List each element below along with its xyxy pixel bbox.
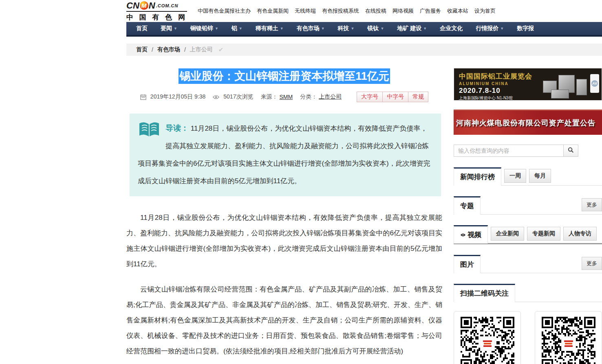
ad-banner-aluminium-china[interactable]: 中国国际铝工业展览会 ALUMINIUM CHINA 2020.7.8-10 上…	[454, 68, 602, 101]
chevron-down-icon: ▼	[351, 26, 355, 31]
top-links: 中国有色金属报社主办有色金属新闻无线终端有色报投稿系统在线投稿网络视频广告服务收…	[198, 7, 496, 15]
logo-domain-suffix: .COM.CN	[156, 1, 179, 10]
qr-card	[535, 311, 602, 364]
source-label: 来源：	[260, 93, 278, 101]
breadcrumb: 首页 / 有色市场 / 上市公司 ✔	[126, 44, 602, 56]
top-link[interactable]: 网络视频	[393, 7, 414, 15]
logo-chinese-name: 中 国 有 色 网	[126, 11, 187, 22]
top-link[interactable]: 无线终端	[295, 7, 316, 15]
site-logo[interactable]: CNMN.COM.CN 中 国 有 色 网	[126, 1, 187, 22]
summary-text: 11月28日，锡业股份公布，为优化文山锌铟资本结构，有效降低资产负债率，提高其独…	[138, 125, 430, 185]
video-category-tab[interactable]: 专题新闻	[527, 227, 560, 241]
chevron-down-icon: ▼	[215, 26, 218, 31]
article-paragraph: 云锡文山锌铟冶炼有限公司经营范围：有色金属产品、矿产品及其副产品的冶炼、加工、销…	[126, 282, 442, 359]
chevron-down-icon: ▼	[280, 26, 284, 31]
sidebar-search	[454, 145, 602, 157]
video-category-tab[interactable]: 人物专访	[563, 227, 597, 241]
main-nav: 首页 ▼ 要闻 ▼ 铜镍铅锌 ▼ 铝 ▼ 稀有稀土 ▼	[126, 22, 602, 37]
ranking-period-tab[interactable]: 每月	[529, 169, 551, 183]
top-link[interactable]: 收藏本站	[447, 7, 468, 15]
fontsize-buttons: 大字号中字号常规	[357, 92, 428, 102]
breadcrumb-current: 上市公司	[190, 46, 213, 53]
source-link[interactable]: SMM	[279, 94, 293, 100]
section-images: 图片 更多	[454, 255, 602, 273]
nav-item[interactable]: 要闻 ▼	[154, 22, 184, 35]
qr-center-logo	[562, 337, 576, 351]
chevron-down-icon: ▼	[423, 26, 427, 31]
search-input[interactable]	[454, 145, 564, 157]
top-link[interactable]: 中国有色金属报社主办	[198, 7, 251, 15]
fontsize-button[interactable]: 中字号	[382, 92, 408, 102]
chevron-down-icon: ▼	[500, 26, 504, 31]
top-link[interactable]: 设为首页	[474, 7, 496, 15]
open-book-icon	[139, 122, 160, 145]
search-button[interactable]	[564, 145, 578, 157]
ad1-graphic	[539, 71, 588, 99]
video-category-tab[interactable]: 企业新闻	[491, 227, 524, 241]
nav-item[interactable]: 行情报价 ▼	[469, 22, 510, 35]
ad1-logo-chip: AV	[590, 74, 599, 93]
topics-more-button[interactable]: 更多	[582, 198, 602, 211]
top-link[interactable]: 在线投稿	[365, 7, 386, 15]
publish-date: 2019年12月05日 9:38	[150, 93, 205, 101]
eye-icon	[213, 95, 219, 99]
nav-item[interactable]: 铜镍铅锌 ▼	[184, 22, 225, 35]
top-link[interactable]: 广告服务	[420, 7, 441, 15]
nav-item[interactable]: 企业文化 ▼	[433, 22, 469, 35]
eye-icon	[460, 233, 466, 237]
calendar-icon	[140, 94, 146, 100]
fontsize-button[interactable]: 常规	[408, 92, 428, 102]
article-paragraph: 11月28日，锡业股份公布，为优化文山锌铟资本结构，有效降低资产负债率，提高其独…	[126, 210, 442, 272]
ranking-period-tab[interactable]: 一周	[504, 169, 526, 183]
tab-qr-follow: 扫描二维码关注	[454, 284, 515, 302]
nav-item[interactable]: 镁钛 ▼	[361, 22, 391, 35]
ad-banner-shenhuo-notice[interactable]: 河南神火煤电股份有限公司资产处置公告	[454, 110, 602, 135]
sidebar: 中国国际铝工业展览会 ALUMINIUM CHINA 2020.7.8-10 上…	[454, 68, 602, 364]
category-label: 分类：	[300, 93, 317, 101]
nav-item[interactable]: 地矿 建设 ▼	[390, 22, 433, 35]
nav-item[interactable]: 首页 ▼	[130, 22, 154, 35]
qr-card	[454, 311, 521, 364]
top-link[interactable]: 有色报投稿系统	[322, 7, 359, 15]
chevron-down-icon: ▼	[174, 26, 177, 31]
logo-text-n: N	[149, 1, 155, 10]
chevron-down-icon: ▼	[239, 26, 243, 31]
breadcrumb-section[interactable]: 有色市场	[157, 46, 180, 53]
nav-item[interactable]: 科技 ▼	[331, 22, 361, 35]
breadcrumb-home[interactable]: 首页	[136, 46, 148, 53]
images-more-button[interactable]: 更多	[582, 257, 602, 270]
search-icon	[568, 147, 574, 154]
nav-item[interactable]: 铝 ▼	[225, 22, 249, 35]
tab-video[interactable]: 视频	[454, 225, 488, 243]
ad2-text: 河南神火煤电股份有限公司资产处置公告	[456, 118, 595, 128]
top-link[interactable]: 有色金属新闻	[257, 7, 289, 15]
category-link[interactable]: 上市公司	[319, 93, 342, 101]
tab-news-ranking[interactable]: 新闻排行榜	[454, 167, 501, 186]
fontsize-button[interactable]: 大字号	[357, 92, 383, 102]
tab-images[interactable]: 图片	[454, 255, 481, 273]
qr-center-logo	[481, 337, 494, 351]
section-video: 视频 企业新闻专题新闻人物专访	[454, 225, 602, 244]
article-body: 11月28日，锡业股份公布，为优化文山锌铟资本结构，有效降低资产负债率，提高其独…	[126, 210, 442, 364]
nav-item[interactable]: 有色市场 ▼	[290, 22, 331, 35]
logo-text-cn: CN	[126, 1, 139, 10]
logo-m-badge-icon: M	[140, 1, 148, 10]
top-header: CNMN.COM.CN 中 国 有 色 网 中国有色金属报社主办有色金属新闻无线…	[126, 0, 602, 22]
summary-label: 导读：	[165, 124, 189, 132]
article-summary: 导读： 11月28日，锡业股份公布，为优化文山锌铟资本结构，有效降低资产负债率，…	[130, 114, 441, 196]
nav-item[interactable]: 数字报 ▼	[510, 22, 540, 35]
breadcrumb-separator: /	[152, 46, 153, 53]
check-icon: ✔	[218, 46, 224, 53]
section-topics: 专题 更多	[454, 196, 602, 215]
article-column: 锡业股份：文山锌铟注册资本拟增至11亿元 2019年12月05日 9:38 50…	[126, 68, 442, 364]
chevron-down-icon: ▼	[321, 26, 325, 31]
section-news-ranking: 新闻排行榜 一周每月	[454, 167, 602, 186]
article-meta: 2019年12月05日 9:38 5017次浏览 来源： SMM 分类： 上市公…	[126, 92, 442, 102]
nav-item[interactable]: 稀有稀土 ▼	[249, 22, 290, 35]
breadcrumb-separator: /	[184, 46, 186, 53]
section-qr-follow: 扫描二维码关注	[454, 284, 602, 364]
tab-topics[interactable]: 专题	[454, 196, 481, 215]
chevron-down-icon: ▼	[381, 26, 384, 31]
view-count: 5017次浏览	[223, 93, 253, 101]
article-title: 锡业股份：文山锌铟注册资本拟增至11亿元	[179, 68, 390, 84]
